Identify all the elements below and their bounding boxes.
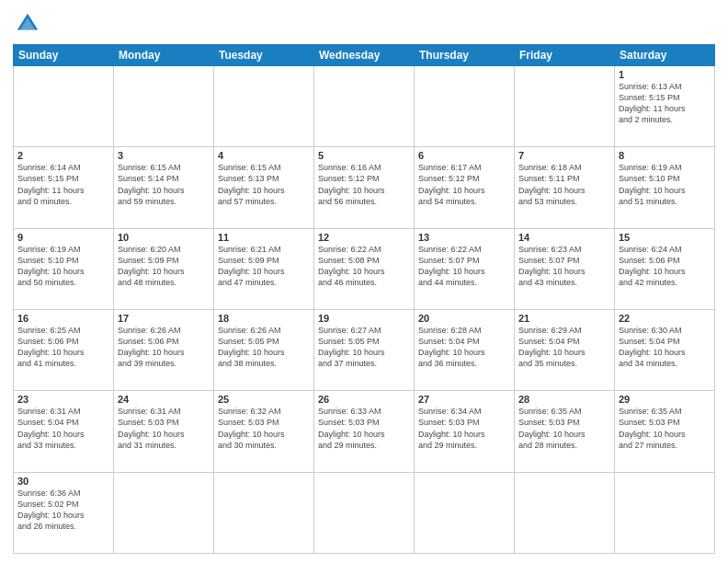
calendar-week-4: 23Sunrise: 6:31 AM Sunset: 5:04 PM Dayli…: [14, 391, 715, 472]
day-number: 6: [418, 150, 510, 161]
calendar-cell: 26Sunrise: 6:33 AM Sunset: 5:03 PM Dayli…: [314, 391, 415, 472]
day-number: 8: [619, 150, 711, 161]
day-info: Sunrise: 6:36 AM Sunset: 5:02 PM Dayligh…: [17, 488, 109, 533]
day-info: Sunrise: 6:19 AM Sunset: 5:10 PM Dayligh…: [17, 244, 109, 289]
day-info: Sunrise: 6:31 AM Sunset: 5:04 PM Dayligh…: [17, 406, 109, 451]
calendar-cell: 25Sunrise: 6:32 AM Sunset: 5:03 PM Dayli…: [214, 391, 314, 472]
calendar-cell: 5Sunrise: 6:16 AM Sunset: 5:12 PM Daylig…: [314, 147, 415, 228]
calendar-week-5: 30Sunrise: 6:36 AM Sunset: 5:02 PM Dayli…: [14, 472, 715, 553]
day-info: Sunrise: 6:15 AM Sunset: 5:14 PM Dayligh…: [118, 162, 210, 207]
calendar-cell: 1Sunrise: 6:13 AM Sunset: 5:15 PM Daylig…: [615, 66, 715, 147]
calendar-week-3: 16Sunrise: 6:25 AM Sunset: 5:06 PM Dayli…: [14, 309, 715, 390]
day-number: 10: [118, 232, 210, 243]
day-number: 17: [118, 313, 210, 324]
day-info: Sunrise: 6:35 AM Sunset: 5:03 PM Dayligh…: [518, 406, 610, 451]
calendar-cell: 3Sunrise: 6:15 AM Sunset: 5:14 PM Daylig…: [114, 147, 214, 228]
calendar-cell: 17Sunrise: 6:26 AM Sunset: 5:06 PM Dayli…: [114, 309, 214, 390]
day-number: 25: [218, 394, 310, 405]
calendar-cell: [415, 66, 515, 147]
day-info: Sunrise: 6:35 AM Sunset: 5:03 PM Dayligh…: [619, 406, 711, 451]
calendar-cell: [114, 66, 214, 147]
day-info: Sunrise: 6:31 AM Sunset: 5:03 PM Dayligh…: [118, 406, 210, 451]
calendar-cell: 22Sunrise: 6:30 AM Sunset: 5:04 PM Dayli…: [615, 309, 715, 390]
day-info: Sunrise: 6:21 AM Sunset: 5:09 PM Dayligh…: [218, 244, 310, 289]
calendar-header-row: SundayMondayTuesdayWednesdayThursdayFrid…: [14, 45, 715, 66]
calendar-cell: 27Sunrise: 6:34 AM Sunset: 5:03 PM Dayli…: [415, 391, 515, 472]
calendar-cell: 15Sunrise: 6:24 AM Sunset: 5:06 PM Dayli…: [615, 228, 715, 309]
calendar-cell: 23Sunrise: 6:31 AM Sunset: 5:04 PM Dayli…: [14, 391, 114, 472]
calendar-cell: 18Sunrise: 6:26 AM Sunset: 5:05 PM Dayli…: [214, 309, 314, 390]
day-info: Sunrise: 6:30 AM Sunset: 5:04 PM Dayligh…: [619, 325, 711, 370]
day-info: Sunrise: 6:26 AM Sunset: 5:06 PM Dayligh…: [118, 325, 210, 370]
day-number: 14: [518, 232, 610, 243]
calendar-cell: [615, 472, 715, 553]
calendar-cell: [415, 472, 515, 553]
day-number: 15: [619, 232, 711, 243]
day-number: 5: [318, 150, 410, 161]
day-info: Sunrise: 6:22 AM Sunset: 5:07 PM Dayligh…: [418, 244, 510, 289]
day-info: Sunrise: 6:16 AM Sunset: 5:12 PM Dayligh…: [318, 162, 410, 207]
day-info: Sunrise: 6:14 AM Sunset: 5:15 PM Dayligh…: [17, 162, 109, 207]
day-number: 13: [418, 232, 510, 243]
calendar-cell: 7Sunrise: 6:18 AM Sunset: 5:11 PM Daylig…: [515, 147, 615, 228]
calendar-cell: 30Sunrise: 6:36 AM Sunset: 5:02 PM Dayli…: [14, 472, 114, 553]
day-number: 3: [118, 150, 210, 161]
logo-icon: [13, 9, 42, 39]
calendar-cell: 8Sunrise: 6:19 AM Sunset: 5:10 PM Daylig…: [615, 147, 715, 228]
day-number: 21: [518, 313, 610, 324]
calendar-header-wednesday: Wednesday: [314, 45, 415, 66]
day-info: Sunrise: 6:25 AM Sunset: 5:06 PM Dayligh…: [17, 325, 109, 370]
day-info: Sunrise: 6:19 AM Sunset: 5:10 PM Dayligh…: [619, 162, 711, 207]
day-info: Sunrise: 6:33 AM Sunset: 5:03 PM Dayligh…: [318, 406, 410, 451]
calendar-cell: 28Sunrise: 6:35 AM Sunset: 5:03 PM Dayli…: [515, 391, 615, 472]
calendar-header-saturday: Saturday: [615, 45, 715, 66]
calendar-cell: 14Sunrise: 6:23 AM Sunset: 5:07 PM Dayli…: [515, 228, 615, 309]
day-info: Sunrise: 6:26 AM Sunset: 5:05 PM Dayligh…: [218, 325, 310, 370]
day-number: 22: [619, 313, 711, 324]
day-number: 26: [318, 394, 410, 405]
day-number: 7: [518, 150, 610, 161]
calendar-header-monday: Monday: [114, 45, 214, 66]
calendar-cell: 2Sunrise: 6:14 AM Sunset: 5:15 PM Daylig…: [14, 147, 114, 228]
day-info: Sunrise: 6:15 AM Sunset: 5:13 PM Dayligh…: [218, 162, 310, 207]
calendar-cell: 21Sunrise: 6:29 AM Sunset: 5:04 PM Dayli…: [515, 309, 615, 390]
calendar-cell: 20Sunrise: 6:28 AM Sunset: 5:04 PM Dayli…: [415, 309, 515, 390]
day-info: Sunrise: 6:13 AM Sunset: 5:15 PM Dayligh…: [619, 81, 711, 126]
day-info: Sunrise: 6:24 AM Sunset: 5:06 PM Dayligh…: [619, 244, 711, 289]
day-number: 28: [518, 394, 610, 405]
logo: [13, 9, 46, 39]
day-number: 20: [418, 313, 510, 324]
calendar-cell: 12Sunrise: 6:22 AM Sunset: 5:08 PM Dayli…: [314, 228, 415, 309]
day-number: 30: [17, 476, 109, 487]
day-info: Sunrise: 6:22 AM Sunset: 5:08 PM Dayligh…: [318, 244, 410, 289]
day-number: 23: [17, 394, 109, 405]
day-info: Sunrise: 6:17 AM Sunset: 5:12 PM Dayligh…: [418, 162, 510, 207]
calendar-table: SundayMondayTuesdayWednesdayThursdayFrid…: [13, 44, 715, 554]
day-number: 29: [619, 394, 711, 405]
day-info: Sunrise: 6:32 AM Sunset: 5:03 PM Dayligh…: [218, 406, 310, 451]
day-info: Sunrise: 6:20 AM Sunset: 5:09 PM Dayligh…: [118, 244, 210, 289]
day-number: 4: [218, 150, 310, 161]
calendar-cell: [214, 472, 314, 553]
calendar-header-sunday: Sunday: [14, 45, 114, 66]
calendar-cell: 13Sunrise: 6:22 AM Sunset: 5:07 PM Dayli…: [415, 228, 515, 309]
calendar-cell: 9Sunrise: 6:19 AM Sunset: 5:10 PM Daylig…: [14, 228, 114, 309]
calendar-header-thursday: Thursday: [415, 45, 515, 66]
day-number: 27: [418, 394, 510, 405]
calendar-week-0: 1Sunrise: 6:13 AM Sunset: 5:15 PM Daylig…: [14, 66, 715, 147]
calendar-header-friday: Friday: [515, 45, 615, 66]
day-number: 11: [218, 232, 310, 243]
calendar-cell: 29Sunrise: 6:35 AM Sunset: 5:03 PM Dayli…: [615, 391, 715, 472]
day-number: 19: [318, 313, 410, 324]
calendar-cell: [515, 66, 615, 147]
calendar-cell: [14, 66, 114, 147]
day-info: Sunrise: 6:29 AM Sunset: 5:04 PM Dayligh…: [518, 325, 610, 370]
calendar-cell: [314, 66, 415, 147]
calendar-cell: [314, 472, 415, 553]
day-info: Sunrise: 6:18 AM Sunset: 5:11 PM Dayligh…: [518, 162, 610, 207]
day-number: 16: [17, 313, 109, 324]
calendar-cell: [214, 66, 314, 147]
day-number: 24: [118, 394, 210, 405]
calendar-page: SundayMondayTuesdayWednesdayThursdayFrid…: [0, 0, 728, 563]
calendar-cell: 16Sunrise: 6:25 AM Sunset: 5:06 PM Dayli…: [14, 309, 114, 390]
